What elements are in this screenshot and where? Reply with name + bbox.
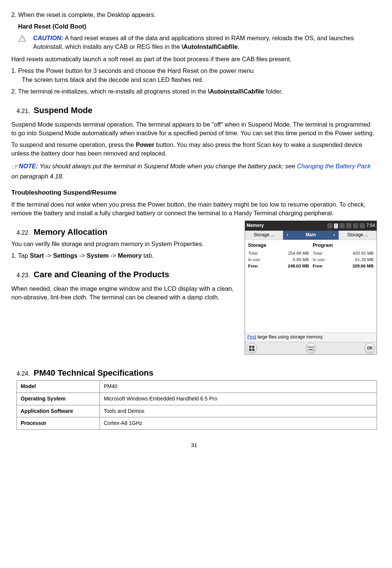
table-row: Operating System Microsoft Windows Embed… [17, 393, 377, 405]
sync-icon [360, 223, 365, 228]
spec-key-app: Application Software [17, 405, 100, 417]
step-2-reset-complete: 2. When the reset is complete, the Deskt… [11, 11, 377, 19]
svg-rect-10 [310, 347, 311, 347]
storage-free: Free:248.03 MB [248, 263, 309, 269]
troubleshooting-heading: Troubleshooting Suspend/Resume [11, 188, 377, 197]
svg-rect-4 [252, 346, 254, 348]
tab-main[interactable]: Main [292, 231, 330, 240]
svg-rect-5 [249, 349, 251, 351]
hard-reset-step-1: 1. Press the Power button for 3 seconds … [11, 66, 377, 84]
page-number: 31 [11, 441, 377, 449]
section-4-21-heading: 4.21.Suspend Mode [17, 105, 377, 116]
spec-key-os: Operating System [17, 393, 100, 405]
svg-rect-9 [309, 347, 310, 347]
wm-body: Storage Total:254.88 MB In use:6.85 MB F… [245, 240, 377, 332]
note-link: Changing the Battery Pack [297, 163, 371, 169]
note-label: NOTE: [19, 163, 38, 169]
program-column: Program Total:420.92 MB In use:91.26 MB … [313, 242, 374, 310]
table-row: Application Software Tools and Demos [17, 405, 377, 417]
caution-text: CAUTION: A hard reset erases all of the … [33, 34, 377, 51]
storage-column: Storage Total:254.88 MB In use:6.85 MB F… [248, 242, 309, 310]
ok-button[interactable]: OK [365, 343, 375, 353]
spec-val-model: PM40 [100, 381, 377, 393]
svg-rect-7 [307, 346, 314, 350]
tab-storage-left[interactable]: Storage ... [245, 231, 283, 240]
note-block: ☞NOTE: You should always put the termina… [11, 162, 377, 181]
troubleshooting-para: If the terminal does not wake when you p… [11, 200, 377, 218]
spec-key-proc: Processor [17, 417, 100, 430]
wm-bottom-bar: OK [245, 342, 377, 354]
suspend-mode-p1: Suspend Mode suspends terminal operation… [11, 120, 377, 137]
spec-key-model: Model [17, 381, 100, 393]
wm-title: Memory [247, 223, 264, 229]
find-link[interactable]: Find [247, 334, 256, 340]
memory-screenshot: Memory 1 7:54 Storage ... ‹ Main › Stora… [245, 221, 377, 355]
program-title: Program [313, 242, 374, 249]
battery-icon [327, 223, 333, 228]
svg-rect-8 [308, 347, 309, 347]
wm-titlebar: Memory 1 7:54 [245, 221, 377, 231]
program-free: Free:329.66 MB [313, 263, 374, 269]
caution-label: CAUTION: [33, 35, 64, 41]
program-total: Total:420.92 MB [313, 250, 374, 257]
note-icon: ☞ [11, 162, 19, 172]
table-row: Processor Cortex-A8 1GHz [17, 417, 377, 430]
start-button[interactable] [247, 343, 257, 353]
keyboard-button[interactable] [306, 343, 316, 353]
suspend-mode-p2: To suspend and resume operation, press t… [11, 140, 377, 158]
program-inuse: In use:91.26 MB [313, 257, 374, 263]
caution-icon [18, 35, 26, 43]
spec-val-os: Microsoft Windows Embedded Handheld 6.5 … [100, 393, 377, 405]
tab-arrow-left-icon[interactable]: ‹ [283, 231, 292, 240]
section-4-24-heading: 4.24.PM40 Technical Specifications [17, 367, 377, 379]
windows-icon [249, 345, 255, 351]
volume-icon [353, 223, 358, 228]
wm-time: 7:54 [366, 223, 375, 229]
svg-rect-6 [252, 349, 254, 351]
network-icon [339, 223, 345, 228]
hard-reset-heading: Hard Reset (Cold Boot) [18, 22, 377, 31]
table-row: Model PM40 [17, 381, 377, 393]
svg-rect-12 [313, 347, 313, 347]
svg-point-2 [22, 40, 23, 41]
svg-rect-13 [309, 349, 313, 350]
hard-reset-step-2: 2. The terminal re-initializes, which re… [11, 87, 377, 96]
antenna-icon [346, 223, 351, 228]
wm-tabs: Storage ... ‹ Main › Storage ... [245, 231, 377, 240]
svg-rect-3 [249, 346, 251, 348]
signal-1-icon: 1 [334, 224, 338, 228]
wm-tray: 1 7:54 [327, 223, 375, 229]
caution-block: CAUTION: A hard reset erases all of the … [18, 34, 377, 51]
keyboard-icon [307, 346, 314, 350]
care-cleaning-p: When needed, clean the image engine wind… [11, 284, 252, 302]
storage-title: Storage [248, 242, 309, 249]
tab-arrow-right-icon[interactable]: › [330, 231, 339, 240]
svg-rect-11 [312, 347, 312, 347]
spec-val-app: Tools and Demos [100, 405, 377, 417]
storage-total: Total:254.88 MB [248, 250, 309, 257]
hard-reset-para: Hard resets automatically launch a soft … [11, 55, 377, 63]
wm-link-bar: Find large files using storage memory. [245, 332, 377, 342]
spec-table: Model PM40 Operating System Microsoft Wi… [17, 380, 377, 429]
tab-storage-right[interactable]: Storage ... [339, 231, 377, 240]
spec-val-proc: Cortex-A8 1GHz [100, 417, 377, 430]
storage-inuse: In use:6.85 MB [248, 257, 309, 263]
